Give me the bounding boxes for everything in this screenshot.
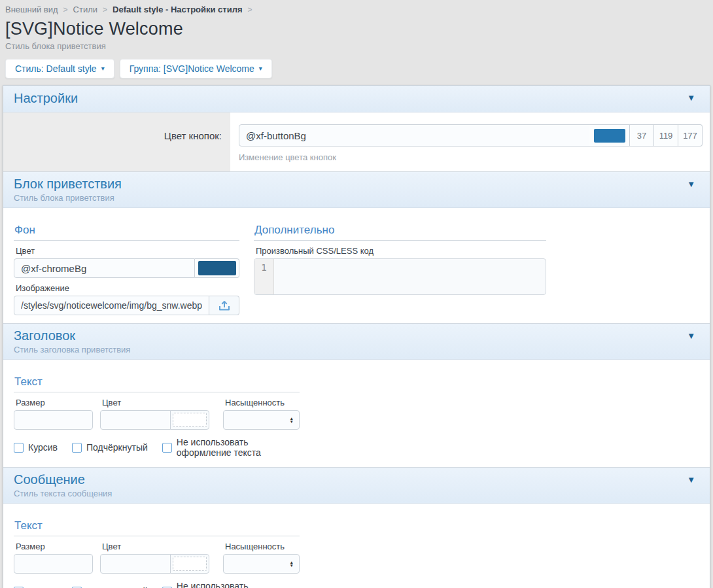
caret-down-icon: ▾ bbox=[259, 65, 262, 72]
text-heading: Текст bbox=[14, 519, 300, 536]
size-label: Размер bbox=[16, 542, 93, 551]
bg-color-swatch-button[interactable] bbox=[195, 258, 239, 278]
color-label: Цвет bbox=[102, 542, 209, 551]
text-heading: Текст bbox=[14, 375, 300, 392]
section-title: Заголовок bbox=[14, 328, 681, 344]
message-color-input[interactable] bbox=[100, 554, 171, 574]
style-chooser-button[interactable]: Стиль: Default style ▾ bbox=[5, 59, 114, 78]
page-title: [SVG]Notice Welcome bbox=[5, 19, 708, 39]
rgb-green-value: 119 bbox=[654, 124, 678, 147]
checkbox-box bbox=[162, 443, 172, 453]
bg-color-swatch bbox=[198, 261, 236, 275]
section-header-settings[interactable]: Настройки ▼ bbox=[3, 85, 710, 112]
breadcrumb-separator: > bbox=[103, 5, 107, 14]
upload-image-button[interactable] bbox=[209, 296, 239, 315]
editor-gutter: 1 bbox=[254, 259, 274, 294]
color-swatch-button[interactable] bbox=[589, 124, 630, 147]
empty-color-swatch bbox=[173, 557, 207, 571]
title-italic-checkbox[interactable]: Курсив bbox=[14, 442, 58, 453]
checkbox-label: Подчёркнутый bbox=[86, 442, 148, 453]
page-top: Внешний вид > Стили > Default style - На… bbox=[0, 0, 713, 78]
message-weight-select[interactable]: ▲▼ bbox=[223, 554, 300, 574]
settings-row: Цвет кнопок: 37 119 177 Изменение цвета … bbox=[3, 112, 710, 171]
color-label: Цвет bbox=[102, 398, 209, 407]
section-title: Блок приветствия bbox=[14, 176, 681, 192]
collapse-icon: ▼ bbox=[687, 93, 695, 103]
field-hint: Изменение цвета кнопок bbox=[239, 152, 703, 162]
section-title: Сообщение bbox=[14, 472, 681, 488]
section-header-title[interactable]: Заголовок Стиль заголовка приветствия ▼ bbox=[3, 323, 710, 360]
section-subtitle: Стиль текста сообщения bbox=[14, 489, 681, 498]
toolbar: Стиль: Default style ▾ Группа: [SVG]Noti… bbox=[5, 59, 708, 78]
style-properties-panel: Настройки ▼ Цвет кнопок: 37 119 177 Изме… bbox=[3, 85, 710, 588]
bg-image-input[interactable] bbox=[14, 296, 209, 315]
section-subtitle: Стиль блока приветствия bbox=[14, 193, 681, 203]
color-swatch-group: 37 119 177 bbox=[589, 124, 703, 147]
extra-heading: Дополнительно bbox=[254, 224, 546, 241]
title-color-input[interactable] bbox=[100, 410, 171, 430]
color-swatch bbox=[594, 129, 625, 143]
bg-color-input[interactable] bbox=[14, 258, 195, 278]
caret-down-icon: ▾ bbox=[101, 65, 105, 72]
message-color-swatch-button[interactable] bbox=[170, 554, 209, 574]
checkbox-label: Не использовать оформление текста bbox=[177, 437, 300, 458]
rgb-red-value: 37 bbox=[630, 124, 654, 147]
button-color-label: Цвет кнопок: bbox=[164, 130, 222, 171]
background-heading: Фон bbox=[14, 224, 239, 241]
field-label-column: Цвет кнопок: bbox=[3, 112, 230, 171]
section-title: Настройки bbox=[14, 90, 681, 107]
css-code-label: Произвольный CSS/LESS код bbox=[256, 246, 546, 256]
select-stepper-icon: ▲▼ bbox=[290, 561, 294, 568]
field-value-column: 37 119 177 Изменение цвета кнопок bbox=[230, 112, 710, 171]
group-chooser-button[interactable]: Группа: [SVG]Notice Welcome ▾ bbox=[120, 59, 272, 78]
bg-color-label: Цвет bbox=[16, 246, 239, 256]
background-column: Фон Цвет Изображение bbox=[14, 224, 239, 315]
breadcrumb-separator: > bbox=[248, 5, 252, 14]
page-subtitle: Стиль блока приветствия bbox=[5, 41, 708, 51]
rgb-blue-value: 177 bbox=[678, 124, 703, 147]
breadcrumb-appearance[interactable]: Внешний вид bbox=[5, 5, 58, 14]
editor-code-area[interactable] bbox=[274, 259, 546, 294]
style-chooser-label: Стиль: Default style bbox=[15, 63, 97, 74]
css-code-editor[interactable]: 1 bbox=[254, 258, 546, 295]
message-text-group: Текст Размер Цвет Насыщенность bbox=[3, 504, 710, 588]
collapse-icon: ▼ bbox=[687, 475, 695, 485]
welcome-block-body: Фон Цвет Изображение bbox=[3, 208, 710, 323]
collapse-icon: ▼ bbox=[687, 331, 695, 341]
breadcrumb: Внешний вид > Стили > Default style - На… bbox=[5, 5, 708, 14]
breadcrumb-styles[interactable]: Стили bbox=[73, 5, 97, 14]
title-weight-select[interactable]: ▲▼ bbox=[223, 410, 300, 430]
message-size-input[interactable] bbox=[14, 554, 93, 574]
title-text-group: Текст Размер Цвет Насыщенность bbox=[3, 360, 710, 467]
group-chooser-label: Группа: [SVG]Notice Welcome bbox=[130, 63, 254, 74]
bg-image-label: Изображение bbox=[16, 283, 239, 293]
title-no-decoration-checkbox[interactable]: Не использовать оформление текста bbox=[162, 437, 300, 458]
section-subtitle: Стиль заголовка приветствия bbox=[14, 345, 681, 355]
section-header-message[interactable]: Сообщение Стиль текста сообщения ▼ bbox=[3, 467, 710, 504]
extra-column: Дополнительно Произвольный CSS/LESS код … bbox=[254, 224, 546, 315]
weight-label: Насыщенность bbox=[225, 542, 300, 551]
checkbox-box bbox=[72, 443, 82, 453]
button-color-input[interactable] bbox=[239, 124, 590, 147]
section-header-welcome-block[interactable]: Блок приветствия Стиль блока приветствия… bbox=[3, 171, 710, 208]
title-size-input[interactable] bbox=[14, 410, 93, 430]
line-number: 1 bbox=[261, 262, 266, 273]
select-stepper-icon: ▲▼ bbox=[290, 417, 294, 424]
breadcrumb-separator: > bbox=[63, 5, 68, 14]
collapse-icon: ▼ bbox=[687, 179, 695, 189]
message-no-decoration-checkbox[interactable]: Не использовать оформление текста bbox=[162, 581, 300, 588]
checkbox-label: Не использовать оформление текста bbox=[177, 581, 300, 588]
title-color-swatch-button[interactable] bbox=[170, 410, 209, 430]
weight-label: Насыщенность bbox=[225, 398, 300, 407]
empty-color-swatch bbox=[173, 413, 207, 427]
upload-icon bbox=[218, 300, 231, 311]
size-label: Размер bbox=[16, 398, 93, 407]
checkbox-box bbox=[14, 443, 24, 453]
breadcrumb-style-properties[interactable]: Default style - Настройки стиля bbox=[113, 5, 243, 14]
checkbox-label: Курсив bbox=[28, 442, 58, 453]
title-underline-checkbox[interactable]: Подчёркнутый bbox=[72, 442, 148, 453]
